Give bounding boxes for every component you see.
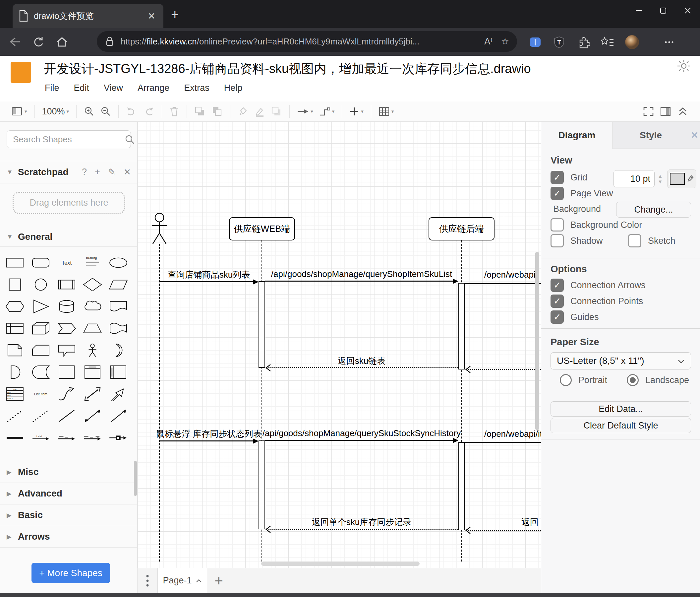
shape-step[interactable]	[54, 317, 79, 339]
to-back-icon[interactable]	[208, 103, 226, 119]
insert-dropdown[interactable]: ▾	[346, 103, 367, 119]
grid-color-swatch[interactable]	[670, 173, 685, 185]
change-background-button[interactable]: Change...	[616, 202, 691, 218]
landscape-option[interactable]: Landscape	[627, 374, 689, 386]
shape-list[interactable]: ListItem 1Item 2Item 3	[2, 383, 28, 405]
shape-rounded-rectangle[interactable]	[28, 252, 54, 273]
connection-points-checkbox[interactable]: ✓	[551, 294, 564, 308]
guides-checkbox[interactable]: ✓	[551, 310, 564, 324]
panel-close-icon[interactable]: ✕	[689, 122, 700, 149]
scratchpad-help-icon[interactable]: ?	[82, 167, 87, 177]
activation-backend-2[interactable]	[458, 442, 465, 530]
split-screen-icon[interactable]	[528, 34, 543, 50]
message-label-3[interactable]: /open/webapi/	[484, 270, 538, 280]
shape-diamond[interactable]	[79, 273, 105, 295]
shape-square[interactable]	[2, 273, 28, 295]
return-arrow-2b[interactable]	[466, 530, 541, 531]
menu-help[interactable]: Help	[224, 83, 243, 93]
shape-note[interactable]	[2, 339, 28, 361]
shield-extension-icon[interactable]: T	[551, 34, 567, 50]
shape-cylinder[interactable]	[54, 295, 79, 317]
shape-process[interactable]	[54, 273, 79, 295]
shape-horizontal-line[interactable]	[2, 427, 28, 449]
activation-web-1[interactable]	[258, 281, 265, 368]
page-tab[interactable]: Page-1	[157, 568, 207, 593]
canvas-horizontal-scrollbar[interactable]	[261, 562, 420, 566]
shape-hexagon[interactable]	[2, 295, 28, 317]
landscape-radio[interactable]	[627, 374, 639, 386]
return-label-3[interactable]: 返回	[521, 517, 539, 528]
shape-document[interactable]	[105, 295, 131, 317]
minimize-button[interactable]	[626, 0, 651, 21]
shape-link-labels[interactable]	[79, 427, 105, 449]
search-icon[interactable]	[125, 134, 134, 144]
menu-edit[interactable]: Edit	[74, 83, 90, 93]
message-label-6[interactable]: /open/webapi/item	[484, 429, 541, 439]
shape-directional-connector[interactable]	[105, 405, 131, 427]
shape-line[interactable]	[54, 405, 79, 427]
clear-default-style-button[interactable]: Clear Default Style	[551, 418, 691, 433]
canvas-vertical-scrollbar[interactable]	[535, 252, 539, 430]
message-arrow-1[interactable]	[159, 281, 257, 282]
message-arrow-6[interactable]	[465, 442, 541, 443]
tab-close-icon[interactable]: ✕	[146, 10, 157, 22]
shape-trapezoid[interactable]	[79, 317, 105, 339]
grid-size-input[interactable]	[614, 170, 655, 187]
search-input[interactable]	[12, 134, 125, 145]
shape-bidirectional-connector[interactable]	[79, 405, 105, 427]
section-arrows[interactable]: ▶ Arrows	[0, 526, 138, 547]
shape-tape[interactable]	[105, 317, 131, 339]
close-window-button[interactable]	[675, 0, 700, 21]
shape-ellipse[interactable]	[105, 252, 131, 273]
return-arrow-2[interactable]	[266, 529, 458, 530]
zoom-in-icon[interactable]	[81, 103, 97, 119]
shape-textbox[interactable]: Heading	[79, 252, 105, 273]
section-misc[interactable]: ▶ Misc	[0, 461, 138, 483]
portrait-radio[interactable]	[560, 374, 572, 386]
connection-style-dropdown[interactable]: ▾	[294, 103, 316, 119]
delete-icon[interactable]	[166, 103, 182, 119]
return-label-2[interactable]: 返回单个sku库存同步记录	[312, 517, 411, 528]
favorites-bar-icon[interactable]	[600, 34, 615, 50]
menu-file[interactable]: File	[45, 83, 59, 93]
grid-color-control[interactable]	[667, 169, 696, 188]
actor-figure[interactable]	[149, 213, 169, 245]
menu-view[interactable]: View	[104, 83, 123, 93]
section-advanced[interactable]: ▶ Advanced	[0, 483, 138, 504]
sidebar-scrollbar[interactable]	[134, 461, 137, 496]
portrait-option[interactable]: Portrait	[560, 374, 607, 386]
return-arrow-1b[interactable]	[466, 369, 541, 370]
message-arrow-2[interactable]	[265, 281, 457, 282]
view-format-button[interactable]: ▾	[9, 103, 30, 119]
add-page-button[interactable]: +	[207, 568, 230, 593]
theme-toggle-icon[interactable]	[676, 58, 691, 75]
browser-menu-icon[interactable]	[661, 34, 677, 50]
menu-arrange[interactable]: Arrange	[138, 83, 169, 93]
lifeline-actor[interactable]	[159, 244, 160, 562]
new-tab-button[interactable]: +	[171, 7, 179, 22]
format-panel-toggle-icon[interactable]	[657, 103, 674, 119]
grid-checkbox[interactable]: ✓	[551, 171, 564, 184]
message-label-2[interactable]: /api/goods/shopManage/queryShopItemSkuLi…	[271, 269, 452, 279]
shadow-checkbox[interactable]	[551, 234, 564, 247]
shape-rectangle[interactable]	[2, 252, 28, 273]
shape-actor[interactable]	[79, 339, 105, 361]
favorite-star-icon[interactable]: ☆	[501, 36, 509, 47]
paper-size-select[interactable]: US-Letter (8,5" x 11")	[551, 352, 691, 369]
tab-diagram[interactable]: Diagram	[541, 122, 612, 149]
general-section-header[interactable]: ▼ General	[0, 227, 138, 246]
edit-data-button[interactable]: Edit Data...	[551, 401, 691, 416]
profile-avatar[interactable]	[624, 34, 640, 50]
redo-icon[interactable]	[140, 103, 157, 119]
scratchpad-close-icon[interactable]: ✕	[123, 167, 131, 177]
shape-dotted-line[interactable]	[28, 405, 54, 427]
scratchpad-header[interactable]: ▼ Scratchpad ? + ✎ ✕	[0, 162, 138, 183]
fill-color-icon[interactable]	[235, 103, 251, 119]
message-arrow-4[interactable]	[159, 440, 257, 441]
shape-card[interactable]	[28, 339, 54, 361]
scratchpad-edit-icon[interactable]: ✎	[108, 167, 116, 177]
shape-container-title[interactable]	[79, 361, 105, 383]
shadow-icon[interactable]	[268, 103, 285, 119]
shape-cube[interactable]	[28, 317, 54, 339]
shape-arrow-box[interactable]	[105, 427, 131, 449]
